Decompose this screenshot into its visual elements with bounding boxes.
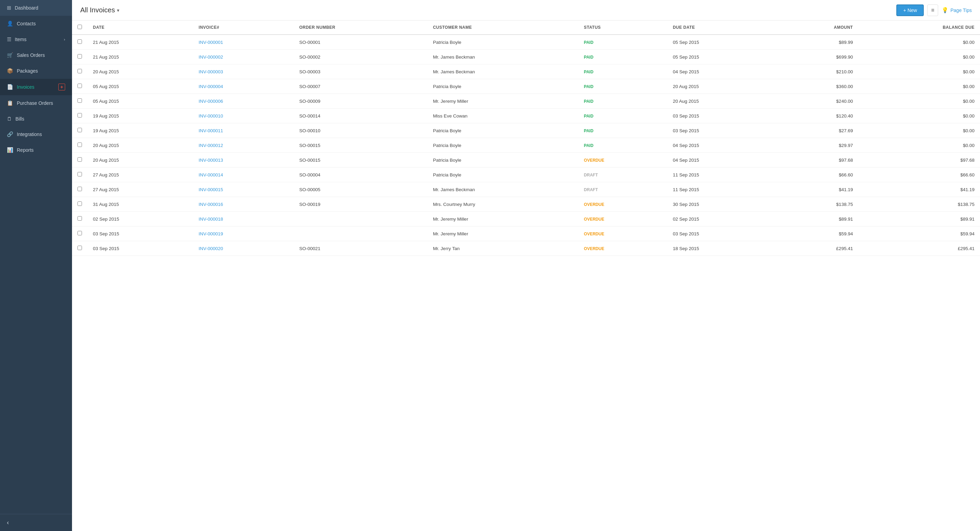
- status-badge: OVERDUE: [584, 231, 604, 236]
- sidebar-item-packages[interactable]: 📦Packages: [0, 63, 72, 79]
- table-row: 21 Aug 2015INV-000002SO-00002Mr. James B…: [72, 50, 980, 64]
- invoices-add-icon[interactable]: +: [58, 84, 65, 90]
- cell-balance: $41.19: [858, 182, 980, 197]
- invoice-link[interactable]: INV-000016: [199, 202, 223, 207]
- cell-order: [294, 212, 428, 227]
- sidebar-item-bills[interactable]: 🗒Bills: [0, 111, 72, 127]
- cell-amount: $240.00: [773, 94, 858, 109]
- sidebar-item-items[interactable]: ☰Items›: [0, 32, 72, 47]
- cell-date: 19 Aug 2015: [88, 123, 193, 138]
- sidebar-item-integrations[interactable]: 🔗Integrations: [0, 127, 72, 142]
- bills-icon: 🗒: [7, 116, 12, 122]
- cell-amount: $89.99: [773, 35, 858, 50]
- sidebar-item-purchase-orders[interactable]: 📋Purchase Orders: [0, 95, 72, 111]
- page-tips-button[interactable]: 💡 Page Tips: [942, 7, 972, 13]
- cell-balance: $0.00: [858, 94, 980, 109]
- cell-customer: Patricia Boyle: [428, 35, 579, 50]
- table-row: 27 Aug 2015INV-000015SO-00005Mr. James B…: [72, 182, 980, 197]
- invoice-link[interactable]: INV-000014: [199, 172, 223, 178]
- status-badge: PAID: [584, 84, 593, 89]
- select-all-checkbox[interactable]: [78, 25, 82, 29]
- invoice-link[interactable]: INV-000012: [199, 143, 223, 148]
- row-checkbox-5[interactable]: [78, 113, 82, 117]
- invoice-link[interactable]: INV-000006: [199, 99, 223, 104]
- page-title-wrap: All Invoices ▾: [80, 6, 892, 14]
- dashboard-icon: ⊞: [7, 5, 11, 11]
- row-checkbox-13[interactable]: [78, 231, 82, 235]
- table-row: 03 Sep 2015INV-000020SO-00021Mr. Jerry T…: [72, 241, 980, 256]
- cell-amount: $360.00: [773, 79, 858, 94]
- invoice-link[interactable]: INV-000001: [199, 40, 223, 45]
- sidebar-item-reports[interactable]: 📊Reports: [0, 142, 72, 158]
- invoice-link[interactable]: INV-000019: [199, 231, 223, 236]
- title-dropdown-icon[interactable]: ▾: [117, 8, 119, 13]
- cell-customer: Mr. Jeremy Miller: [428, 212, 579, 227]
- invoice-link[interactable]: INV-000003: [199, 69, 223, 74]
- sidebar-item-label-items: Items: [15, 36, 26, 42]
- row-checkbox-9[interactable]: [78, 172, 82, 176]
- purchase-orders-icon: 📋: [7, 100, 13, 106]
- cell-date: 21 Aug 2015: [88, 35, 193, 50]
- row-checkbox-3[interactable]: [78, 84, 82, 88]
- row-checkbox-8[interactable]: [78, 157, 82, 162]
- contacts-icon: 👤: [7, 21, 13, 27]
- col-status: STATUS: [579, 21, 667, 35]
- cell-balance: $0.00: [858, 64, 980, 79]
- cell-customer: Miss Eve Cowan: [428, 109, 579, 123]
- cell-amount: $41.19: [773, 182, 858, 197]
- row-checkbox-2[interactable]: [78, 69, 82, 73]
- cell-amount: $89.91: [773, 212, 858, 227]
- cell-date: 31 Aug 2015: [88, 197, 193, 212]
- row-checkbox-12[interactable]: [78, 216, 82, 220]
- table-row: 21 Aug 2015INV-000001SO-00001Patricia Bo…: [72, 35, 980, 50]
- sidebar-item-sales-orders[interactable]: 🛒Sales Orders: [0, 47, 72, 63]
- cell-due-date: 03 Sep 2015: [667, 227, 773, 241]
- row-checkbox-1[interactable]: [78, 54, 82, 59]
- cell-due-date: 04 Sep 2015: [667, 153, 773, 168]
- sidebar-item-contacts[interactable]: 👤Contacts: [0, 16, 72, 32]
- table-row: 05 Aug 2015INV-000004SO-00007Patricia Bo…: [72, 79, 980, 94]
- row-checkbox-10[interactable]: [78, 187, 82, 191]
- status-badge: OVERDUE: [584, 217, 604, 222]
- cell-order: [294, 227, 428, 241]
- row-checkbox-14[interactable]: [78, 246, 82, 250]
- table-row: 27 Aug 2015INV-000014SO-00004Patricia Bo…: [72, 168, 980, 182]
- cell-due-date: 03 Sep 2015: [667, 109, 773, 123]
- cell-amount: $699.90: [773, 50, 858, 64]
- cell-date: 21 Aug 2015: [88, 50, 193, 64]
- invoice-link[interactable]: INV-000011: [199, 128, 223, 133]
- cell-customer: Mr. James Beckman: [428, 50, 579, 64]
- status-badge: OVERDUE: [584, 246, 604, 251]
- row-checkbox-6[interactable]: [78, 128, 82, 132]
- sidebar-collapse-button[interactable]: ‹: [0, 514, 72, 531]
- invoice-link[interactable]: INV-000004: [199, 84, 223, 89]
- invoice-link[interactable]: INV-000013: [199, 158, 223, 163]
- status-badge: PAID: [584, 70, 593, 74]
- cell-date: 05 Aug 2015: [88, 94, 193, 109]
- cell-due-date: 20 Aug 2015: [667, 79, 773, 94]
- invoice-link[interactable]: INV-000018: [199, 217, 223, 222]
- invoice-link[interactable]: INV-000002: [199, 54, 223, 60]
- cell-date: 20 Aug 2015: [88, 138, 193, 153]
- new-button[interactable]: + New: [896, 5, 924, 16]
- invoice-link[interactable]: INV-000020: [199, 246, 223, 251]
- cell-due-date: 02 Sep 2015: [667, 212, 773, 227]
- invoice-link[interactable]: INV-000015: [199, 187, 223, 192]
- cell-balance: $138.75: [858, 197, 980, 212]
- row-checkbox-7[interactable]: [78, 143, 82, 147]
- table-row: 20 Aug 2015INV-000003SO-00003Mr. James B…: [72, 64, 980, 79]
- cell-customer: Mr. James Beckman: [428, 64, 579, 79]
- col-customer: CUSTOMER NAME: [428, 21, 579, 35]
- invoice-link[interactable]: INV-000010: [199, 113, 223, 119]
- sidebar-item-invoices[interactable]: 📄Invoices+: [0, 79, 72, 95]
- cell-amount: £295.41: [773, 241, 858, 256]
- row-checkbox-11[interactable]: [78, 201, 82, 206]
- row-checkbox-4[interactable]: [78, 98, 82, 103]
- cell-balance: $0.00: [858, 138, 980, 153]
- sidebar-item-dashboard[interactable]: ⊞Dashboard: [0, 0, 72, 16]
- cell-due-date: 30 Sep 2015: [667, 197, 773, 212]
- status-badge: PAID: [584, 40, 593, 45]
- menu-button[interactable]: ≡: [927, 5, 938, 16]
- col-date: DATE: [88, 21, 193, 35]
- row-checkbox-0[interactable]: [78, 40, 82, 44]
